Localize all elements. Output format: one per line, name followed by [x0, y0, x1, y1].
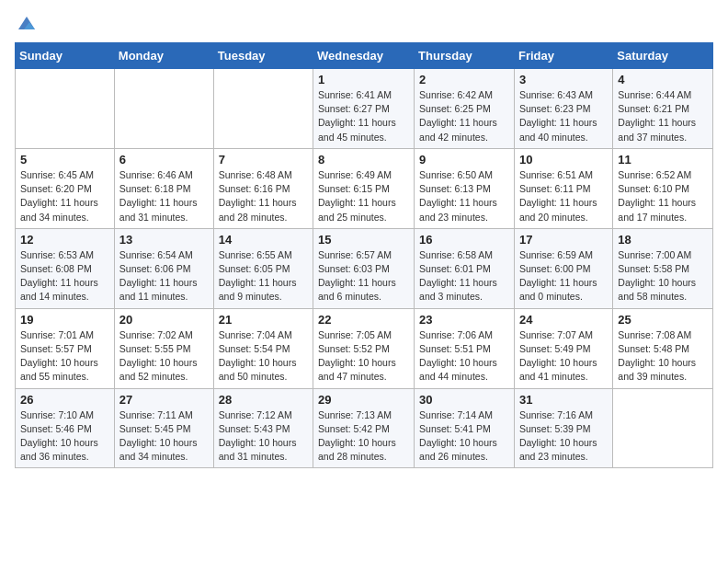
- day-number: 10: [519, 153, 608, 167]
- day-info: Sunrise: 6:44 AM Sunset: 6:21 PM Dayligh…: [618, 88, 708, 144]
- day-info: Sunrise: 6:48 AM Sunset: 6:16 PM Dayligh…: [219, 168, 308, 224]
- day-info: Sunrise: 6:45 AM Sunset: 6:20 PM Dayligh…: [20, 168, 109, 224]
- calendar-week-row: 5Sunrise: 6:45 AM Sunset: 6:20 PM Daylig…: [16, 148, 713, 228]
- calendar-cell: 8Sunrise: 6:49 AM Sunset: 6:15 PM Daylig…: [313, 148, 415, 228]
- day-info: Sunrise: 6:57 AM Sunset: 6:03 PM Dayligh…: [318, 248, 409, 304]
- calendar-cell: 22Sunrise: 7:05 AM Sunset: 5:52 PM Dayli…: [313, 308, 415, 388]
- day-header-wednesday: Wednesday: [313, 43, 415, 69]
- logo-icon: [17, 13, 37, 33]
- calendar-cell: 23Sunrise: 7:06 AM Sunset: 5:51 PM Dayli…: [415, 308, 515, 388]
- day-number: 14: [219, 233, 308, 247]
- day-number: 22: [318, 313, 409, 327]
- calendar-cell: [16, 69, 115, 149]
- calendar-cell: 1Sunrise: 6:41 AM Sunset: 6:27 PM Daylig…: [313, 69, 415, 149]
- day-info: Sunrise: 7:01 AM Sunset: 5:57 PM Dayligh…: [20, 328, 109, 385]
- day-header-saturday: Saturday: [613, 43, 713, 69]
- day-number: 27: [119, 393, 209, 407]
- day-info: Sunrise: 6:49 AM Sunset: 6:15 PM Dayligh…: [318, 168, 409, 224]
- calendar-cell: 10Sunrise: 6:51 AM Sunset: 6:11 PM Dayli…: [514, 148, 612, 228]
- calendar-cell: 30Sunrise: 7:14 AM Sunset: 5:41 PM Dayli…: [415, 388, 515, 468]
- day-number: 7: [219, 153, 308, 167]
- day-number: 8: [318, 153, 409, 167]
- day-info: Sunrise: 7:08 AM Sunset: 5:48 PM Dayligh…: [618, 328, 708, 385]
- day-number: 12: [20, 233, 109, 247]
- day-header-thursday: Thursday: [415, 43, 515, 69]
- day-number: 31: [519, 393, 608, 407]
- day-number: 23: [419, 313, 509, 327]
- day-number: 15: [318, 233, 409, 247]
- day-number: 19: [20, 313, 109, 327]
- day-info: Sunrise: 6:43 AM Sunset: 6:23 PM Dayligh…: [519, 88, 608, 144]
- day-info: Sunrise: 7:06 AM Sunset: 5:51 PM Dayligh…: [419, 328, 509, 385]
- day-info: Sunrise: 6:51 AM Sunset: 6:11 PM Dayligh…: [519, 168, 608, 224]
- day-info: Sunrise: 6:50 AM Sunset: 6:13 PM Dayligh…: [419, 168, 509, 224]
- page-header: [15, 11, 713, 33]
- day-header-monday: Monday: [114, 43, 213, 69]
- day-info: Sunrise: 6:52 AM Sunset: 6:10 PM Dayligh…: [618, 168, 708, 224]
- calendar-cell: 20Sunrise: 7:02 AM Sunset: 5:55 PM Dayli…: [114, 308, 213, 388]
- day-header-tuesday: Tuesday: [213, 43, 313, 69]
- logo: [15, 11, 37, 33]
- day-number: 9: [419, 153, 509, 167]
- calendar-cell: 18Sunrise: 7:00 AM Sunset: 5:58 PM Dayli…: [613, 228, 713, 308]
- day-info: Sunrise: 6:53 AM Sunset: 6:08 PM Dayligh…: [20, 248, 109, 304]
- day-info: Sunrise: 6:54 AM Sunset: 6:06 PM Dayligh…: [119, 248, 209, 304]
- calendar-week-row: 19Sunrise: 7:01 AM Sunset: 5:57 PM Dayli…: [16, 308, 713, 388]
- day-info: Sunrise: 7:16 AM Sunset: 5:39 PM Dayligh…: [519, 408, 608, 465]
- day-number: 21: [219, 313, 308, 327]
- calendar-cell: 26Sunrise: 7:10 AM Sunset: 5:46 PM Dayli…: [16, 388, 115, 468]
- day-header-sunday: Sunday: [16, 43, 115, 69]
- day-info: Sunrise: 6:58 AM Sunset: 6:01 PM Dayligh…: [419, 248, 509, 304]
- day-number: 28: [219, 393, 308, 407]
- day-number: 30: [419, 393, 509, 407]
- day-info: Sunrise: 7:00 AM Sunset: 5:58 PM Dayligh…: [618, 248, 708, 304]
- day-number: 24: [519, 313, 608, 327]
- day-info: Sunrise: 6:59 AM Sunset: 6:00 PM Dayligh…: [519, 248, 608, 304]
- calendar-cell: 4Sunrise: 6:44 AM Sunset: 6:21 PM Daylig…: [613, 69, 713, 149]
- day-info: Sunrise: 7:04 AM Sunset: 5:54 PM Dayligh…: [219, 328, 308, 385]
- day-number: 1: [318, 73, 409, 86]
- day-number: 13: [119, 233, 209, 247]
- calendar-cell: 11Sunrise: 6:52 AM Sunset: 6:10 PM Dayli…: [613, 148, 713, 228]
- calendar-cell: 21Sunrise: 7:04 AM Sunset: 5:54 PM Dayli…: [213, 308, 313, 388]
- day-info: Sunrise: 6:46 AM Sunset: 6:18 PM Dayligh…: [119, 168, 209, 224]
- day-number: 6: [119, 153, 209, 167]
- calendar-cell: 5Sunrise: 6:45 AM Sunset: 6:20 PM Daylig…: [16, 148, 115, 228]
- calendar-week-row: 26Sunrise: 7:10 AM Sunset: 5:46 PM Dayli…: [16, 388, 713, 468]
- calendar-cell: 17Sunrise: 6:59 AM Sunset: 6:00 PM Dayli…: [514, 228, 612, 308]
- calendar-cell: 9Sunrise: 6:50 AM Sunset: 6:13 PM Daylig…: [415, 148, 515, 228]
- calendar-page: SundayMondayTuesdayWednesdayThursdayFrid…: [0, 0, 728, 563]
- day-number: 11: [618, 153, 708, 167]
- day-info: Sunrise: 6:42 AM Sunset: 6:25 PM Dayligh…: [419, 88, 509, 144]
- day-number: 5: [20, 153, 109, 167]
- day-info: Sunrise: 7:13 AM Sunset: 5:42 PM Dayligh…: [318, 408, 409, 465]
- day-number: 2: [419, 73, 509, 86]
- calendar-cell: 24Sunrise: 7:07 AM Sunset: 5:49 PM Dayli…: [514, 308, 612, 388]
- day-info: Sunrise: 6:55 AM Sunset: 6:05 PM Dayligh…: [219, 248, 308, 304]
- day-number: 20: [119, 313, 209, 327]
- day-number: 17: [519, 233, 608, 247]
- calendar-table: SundayMondayTuesdayWednesdayThursdayFrid…: [15, 42, 713, 468]
- calendar-cell: 12Sunrise: 6:53 AM Sunset: 6:08 PM Dayli…: [16, 228, 115, 308]
- day-info: Sunrise: 7:14 AM Sunset: 5:41 PM Dayligh…: [419, 408, 509, 465]
- calendar-cell: [613, 388, 713, 468]
- day-number: 25: [618, 313, 708, 327]
- day-info: Sunrise: 7:07 AM Sunset: 5:49 PM Dayligh…: [519, 328, 608, 385]
- day-number: 4: [618, 73, 708, 86]
- day-number: 18: [618, 233, 708, 247]
- calendar-week-row: 12Sunrise: 6:53 AM Sunset: 6:08 PM Dayli…: [16, 228, 713, 308]
- day-number: 16: [419, 233, 509, 247]
- day-info: Sunrise: 6:41 AM Sunset: 6:27 PM Dayligh…: [318, 88, 409, 144]
- calendar-cell: 31Sunrise: 7:16 AM Sunset: 5:39 PM Dayli…: [514, 388, 612, 468]
- day-info: Sunrise: 7:02 AM Sunset: 5:55 PM Dayligh…: [119, 328, 209, 385]
- day-info: Sunrise: 7:05 AM Sunset: 5:52 PM Dayligh…: [318, 328, 409, 385]
- calendar-header-row: SundayMondayTuesdayWednesdayThursdayFrid…: [16, 43, 713, 69]
- day-number: 3: [519, 73, 608, 86]
- calendar-cell: 3Sunrise: 6:43 AM Sunset: 6:23 PM Daylig…: [514, 69, 612, 149]
- day-info: Sunrise: 7:11 AM Sunset: 5:45 PM Dayligh…: [119, 408, 209, 465]
- day-info: Sunrise: 7:10 AM Sunset: 5:46 PM Dayligh…: [20, 408, 109, 465]
- calendar-cell: 27Sunrise: 7:11 AM Sunset: 5:45 PM Dayli…: [114, 388, 213, 468]
- calendar-cell: 15Sunrise: 6:57 AM Sunset: 6:03 PM Dayli…: [313, 228, 415, 308]
- day-number: 26: [20, 393, 109, 407]
- calendar-cell: 25Sunrise: 7:08 AM Sunset: 5:48 PM Dayli…: [613, 308, 713, 388]
